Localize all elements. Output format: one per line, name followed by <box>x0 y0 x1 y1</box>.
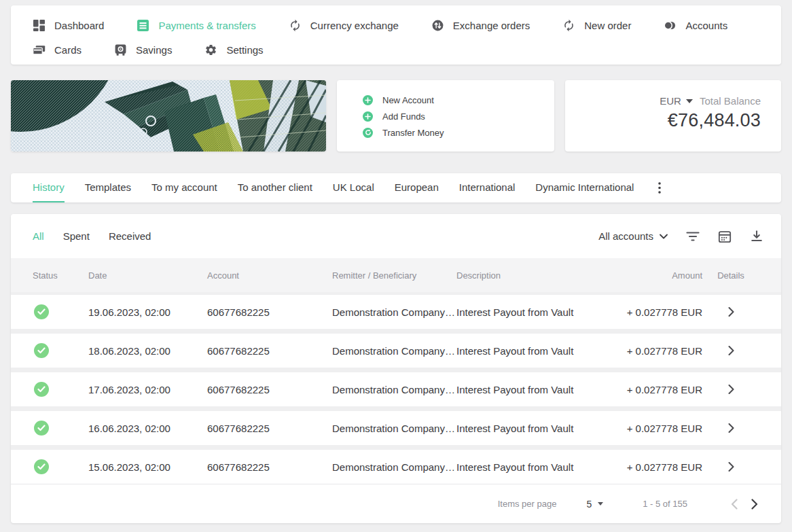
check-circle-icon <box>34 343 49 358</box>
column-header-details: Details <box>702 270 759 281</box>
chevron-right-icon <box>728 385 734 394</box>
tab-international[interactable]: International <box>459 173 516 202</box>
row-details-button[interactable] <box>702 423 759 433</box>
date-cell: 19.06.2023, 02:00 <box>88 306 207 318</box>
plus-circle-icon <box>363 111 373 122</box>
tab-uk-local[interactable]: UK Local <box>333 173 374 202</box>
history-filter-row: All Spent Received All accounts <box>11 214 781 258</box>
total-balance-amount: €76,484.03 <box>565 110 761 131</box>
table-row[interactable]: 18.06.2023, 02:00 60677682225 Demonstrat… <box>11 334 781 368</box>
tab-dynamic-international[interactable]: Dynamic International <box>535 173 634 202</box>
total-balance-card: EUR Total Balance €76,484.03 <box>565 80 781 152</box>
currency-selector[interactable]: EUR <box>660 95 693 107</box>
new-order-icon <box>562 19 575 32</box>
filter-all[interactable]: All <box>33 230 44 242</box>
items-per-page-label: Items per page <box>498 499 557 509</box>
filter-received[interactable]: Received <box>109 230 151 242</box>
quick-action-label: Transfer Money <box>382 128 444 138</box>
filter-button[interactable] <box>686 231 700 242</box>
more-tabs-button[interactable] <box>658 173 661 202</box>
column-header-description: Description <box>456 270 613 281</box>
amount-cell: + 0.027778 EUR <box>613 423 702 434</box>
nav-item-payments-transfers[interactable]: Payments & transfers <box>137 19 255 32</box>
remitter-cell: Demonstration Company… <box>332 345 456 357</box>
status-cell <box>33 459 88 474</box>
nav-item-label: Exchange orders <box>453 20 530 31</box>
currency-code: EUR <box>660 95 681 107</box>
table-row[interactable]: 16.06.2023, 02:00 60677682225 Demonstrat… <box>11 411 781 445</box>
account-cell: 60677682225 <box>207 345 332 357</box>
tab-to-another-client[interactable]: To another client <box>238 173 312 202</box>
quick-action-label: New Account <box>382 95 434 105</box>
column-header-account: Account <box>207 270 332 281</box>
nav-item-label: Payments & transfers <box>158 20 255 31</box>
nav-item-new-order[interactable]: New order <box>562 19 631 32</box>
calendar-icon <box>718 230 732 243</box>
column-header-status: Status <box>33 270 88 281</box>
row-details-button[interactable] <box>702 385 759 394</box>
banknote-banner <box>11 80 326 152</box>
remitter-cell: Demonstration Company… <box>332 423 456 434</box>
description-cell: Interest Payout from Vault <box>456 306 613 318</box>
plus-circle-icon <box>363 95 373 105</box>
nav-item-settings[interactable]: Settings <box>204 43 263 56</box>
nav-item-currency-exchange[interactable]: Currency exchange <box>289 19 399 32</box>
chevron-down-icon <box>686 99 693 103</box>
row-details-button[interactable] <box>702 462 759 472</box>
account-selector[interactable]: All accounts <box>598 230 668 242</box>
table-row[interactable]: 15.06.2023, 02:00 60677682225 Demonstrat… <box>11 450 781 484</box>
row-details-button[interactable] <box>702 346 759 355</box>
date-range-button[interactable] <box>718 230 732 243</box>
tab-to-my-account[interactable]: To my account <box>151 173 217 202</box>
nav-item-accounts[interactable]: Accounts <box>664 19 727 32</box>
column-header-remitter: Remitter / Beneficiary <box>332 270 456 281</box>
row-details-button[interactable] <box>702 307 759 317</box>
tab-templates[interactable]: Templates <box>85 173 131 202</box>
new-account-button[interactable]: New Account <box>363 92 554 108</box>
banknote-engraving-image <box>11 80 326 152</box>
transfer-money-button[interactable]: Transfer Money <box>363 124 554 141</box>
nav-item-label: Currency exchange <box>310 20 399 31</box>
transfer-circle-icon <box>363 128 373 138</box>
nav-item-savings[interactable]: Savings <box>114 43 172 56</box>
previous-page-button[interactable] <box>724 494 744 514</box>
nav-item-label: Settings <box>226 44 263 56</box>
amount-cell: + 0.027778 EUR <box>613 345 702 357</box>
accounts-icon <box>664 19 677 32</box>
kebab-menu-icon <box>658 182 661 194</box>
add-funds-button[interactable]: Add Funds <box>363 108 554 124</box>
account-cell: 60677682225 <box>207 384 332 395</box>
nav-item-cards[interactable]: Cards <box>33 43 82 56</box>
quick-actions-panel: New Account Add Funds Transfer Money <box>337 80 554 152</box>
savings-icon <box>114 43 127 56</box>
account-cell: 60677682225 <box>207 306 332 318</box>
amount-cell: + 0.027778 EUR <box>613 306 702 318</box>
chevron-right-icon <box>728 423 734 433</box>
download-statement-button[interactable] <box>750 230 763 243</box>
description-cell: Interest Payout from Vault <box>456 461 613 473</box>
date-cell: 18.06.2023, 02:00 <box>88 345 207 357</box>
nav-item-dashboard[interactable]: Dashboard <box>33 19 104 32</box>
history-panel: All Spent Received All accounts Status D… <box>11 214 781 523</box>
filter-spent[interactable]: Spent <box>63 230 90 242</box>
nav-item-exchange-orders[interactable]: Exchange orders <box>431 19 530 32</box>
chevron-right-icon <box>728 307 734 317</box>
tab-european[interactable]: European <box>395 173 439 202</box>
nav-item-label: New order <box>584 20 631 31</box>
table-row[interactable]: 17.06.2023, 02:00 60677682225 Demonstrat… <box>11 372 781 406</box>
items-per-page-selector[interactable]: 5 <box>586 499 603 510</box>
date-cell: 17.06.2023, 02:00 <box>88 384 207 395</box>
cards-icon <box>33 43 46 56</box>
next-page-button[interactable] <box>744 494 765 514</box>
status-cell <box>33 304 88 319</box>
check-circle-icon <box>34 421 49 436</box>
date-cell: 16.06.2023, 02:00 <box>88 423 207 434</box>
table-body: 19.06.2023, 02:00 60677682225 Demonstrat… <box>11 292 781 484</box>
nav-item-label: Dashboard <box>54 20 104 31</box>
chevron-right-icon <box>751 499 758 510</box>
remitter-cell: Demonstration Company… <box>332 384 456 395</box>
tab-history[interactable]: History <box>33 173 65 202</box>
amount-cell: + 0.027778 EUR <box>613 461 702 473</box>
remitter-cell: Demonstration Company… <box>332 461 456 473</box>
table-row[interactable]: 19.06.2023, 02:00 60677682225 Demonstrat… <box>11 295 781 329</box>
